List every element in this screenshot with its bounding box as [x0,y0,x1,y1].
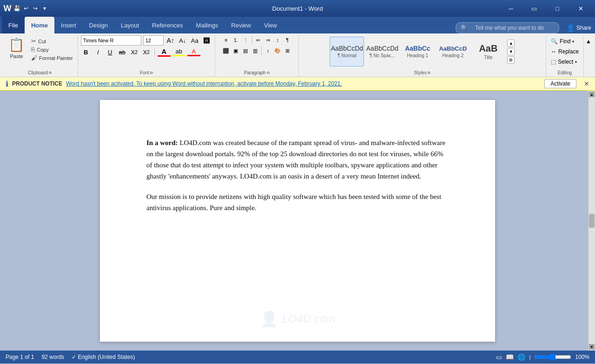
align-center-button[interactable]: ▣ [231,46,240,55]
scroll-down-button[interactable]: ▼ [589,344,595,350]
activate-button[interactable]: Activate [544,79,576,88]
vertical-scrollbar[interactable]: ▲ ▼ [588,91,595,351]
styles-expand-button[interactable]: ⊞ [507,56,515,64]
maximize-button[interactable]: □ [547,0,568,17]
clipboard-small-buttons: ✂ Cut ⎘ Copy 🖌 Format Painter [29,35,75,62]
styles-scroll-buttons: ▲ ▼ ⊞ [507,40,515,64]
clear-format-button[interactable]: 🅰 [202,35,212,46]
italic-button[interactable]: I [93,47,103,57]
tab-design[interactable]: Design [83,17,114,33]
increase-indent-button[interactable]: ⇒ [263,35,272,45]
styles-scroll-up-button[interactable]: ▲ [507,40,515,47]
sort-button[interactable]: ↕ [273,35,282,45]
styles-scroll-down-button[interactable]: ▼ [507,48,515,55]
share-button[interactable]: 👤 Share [567,24,591,32]
superscript-button[interactable]: X2 [141,47,152,57]
editing-group-label: Editing [558,69,572,77]
quick-access-toolbar: W 💾 ↩ ↪ ▾ [4,5,48,12]
separator [154,48,155,56]
copy-icon: ⎘ [31,46,35,53]
restore-button[interactable]: ▭ [523,0,545,17]
justify-button[interactable]: ▥ [251,46,260,55]
group-paragraph: ≡ 1. ⋮ ⇐ ⇒ ↕ ¶ ⬛ ▣ ▤ ▥ ↕ 🎨 ⊞ Paragraph [215,35,299,77]
font-grow-button[interactable]: A↑ [165,35,176,46]
find-icon: 🔍 [551,38,558,45]
tell-me-input[interactable] [470,24,554,32]
tab-review[interactable]: Review [225,17,258,33]
view-reading-icon[interactable]: 📖 [506,353,514,361]
border-button[interactable]: ⊞ [283,46,292,55]
select-button[interactable]: ⬚ Select ▾ [549,58,581,66]
paragraph-1[interactable]: In a word: LO4D.com was created because … [146,137,449,182]
document-area: In a word: LO4D.com was created because … [0,91,595,351]
editing-controls: 🔍 Find ▾ ↔ Replace ⬚ Select ▾ [549,35,581,66]
font-size-input[interactable] [143,35,164,46]
scroll-thumb[interactable] [589,214,595,228]
change-case-button[interactable]: Aa [190,35,200,46]
view-web-icon[interactable]: 🌐 [517,353,525,361]
replace-button[interactable]: ↔ Replace [549,47,581,56]
style-heading1[interactable]: AaBbCc Heading 1 [400,37,435,66]
bold-button[interactable]: B [81,47,91,57]
align-left-button[interactable]: ⬛ [221,46,231,55]
style-normal[interactable]: AaBbCcDd ¶ Normal [330,37,364,66]
format-painter-button[interactable]: 🖌 Format Painter [29,54,75,62]
group-styles: AaBbCcDd ¶ Normal AaBbCcDd ¶ No Spac... … [299,35,546,77]
notice-message[interactable]: Word hasn't been activated. To keep usin… [66,80,541,87]
ribbon-content: 📋 Paste ✂ Cut ⎘ Copy 🖌 Format Painter C [0,33,595,77]
paste-icon: 📋 [8,37,25,53]
multilevel-list-button[interactable]: ⋮ [241,35,250,45]
minimize-button[interactable]: ─ [500,0,522,17]
text-color-button[interactable]: A [187,48,200,56]
font-color-button[interactable]: A [158,48,171,57]
unordered-list-button[interactable]: ≡ [221,35,231,45]
tab-view[interactable]: View [258,17,284,33]
document-page[interactable]: In a word: LO4D.com was created because … [100,100,495,342]
save-icon[interactable]: 💾 [13,5,20,12]
document-watermark: 👤 LO4D.com [260,310,336,328]
clipboard-group-label[interactable]: Clipboard ⧉ [28,69,52,77]
strikethrough-button[interactable]: ab [117,47,127,57]
redo-icon[interactable]: ↪ [32,5,39,12]
styles-group-label[interactable]: Styles ⧉ [414,69,430,77]
tab-layout[interactable]: Layout [114,17,145,33]
highlight-color-button[interactable]: ab [172,48,185,56]
show-formatting-button[interactable]: ¶ [283,35,292,45]
tab-mailings[interactable]: Mailings [190,17,225,33]
view-normal-icon[interactable]: ▭ [496,353,502,361]
tab-home[interactable]: Home [25,17,54,33]
tab-references[interactable]: References [145,17,189,33]
align-right-button[interactable]: ▤ [241,46,250,55]
ribbon-collapse-button[interactable]: ▲ [584,37,593,46]
tab-insert[interactable]: Insert [54,17,83,33]
line-spacing-button[interactable]: ↕ [263,46,272,55]
cut-button[interactable]: ✂ Cut [29,37,75,45]
paragraph-1-bold: In a word: [146,139,178,146]
style-title[interactable]: AaB Title [471,37,505,66]
window-title: Document1 - Word [272,5,323,12]
style-heading2-label: Heading 2 [443,53,464,58]
tab-file[interactable]: File [2,17,25,33]
close-button[interactable]: ✕ [570,0,591,17]
customize-icon[interactable]: ▾ [41,5,48,12]
paragraph-group-label[interactable]: Paragraph ⧉ [244,69,270,77]
shading-button[interactable]: 🎨 [273,46,282,55]
font-group-label[interactable]: Font ⧉ [140,69,153,77]
paste-button[interactable]: 📋 Paste [5,35,28,61]
decrease-indent-button[interactable]: ⇐ [253,35,263,45]
font-name-input[interactable] [81,35,141,46]
notice-close-button[interactable]: ✕ [584,80,589,87]
font-shrink-button[interactable]: A↓ [178,35,188,46]
copy-button[interactable]: ⎘ Copy [29,46,75,53]
scroll-up-button[interactable]: ▲ [589,92,595,97]
paragraph-2[interactable]: Our mission is to provide netizens with … [146,191,449,213]
style-heading1-preview: AaBbCc [405,45,430,52]
find-button[interactable]: 🔍 Find ▾ [549,37,581,46]
zoom-slider[interactable] [534,353,571,361]
underline-button[interactable]: U [105,47,115,57]
subscript-button[interactable]: X2 [129,47,139,57]
style-no-spacing[interactable]: AaBbCcDd ¶ No Spac... [365,37,399,66]
ordered-list-button[interactable]: 1. [231,35,240,45]
style-heading2[interactable]: AaBbCcD Heading 2 [436,37,470,66]
undo-icon[interactable]: ↩ [22,5,30,12]
